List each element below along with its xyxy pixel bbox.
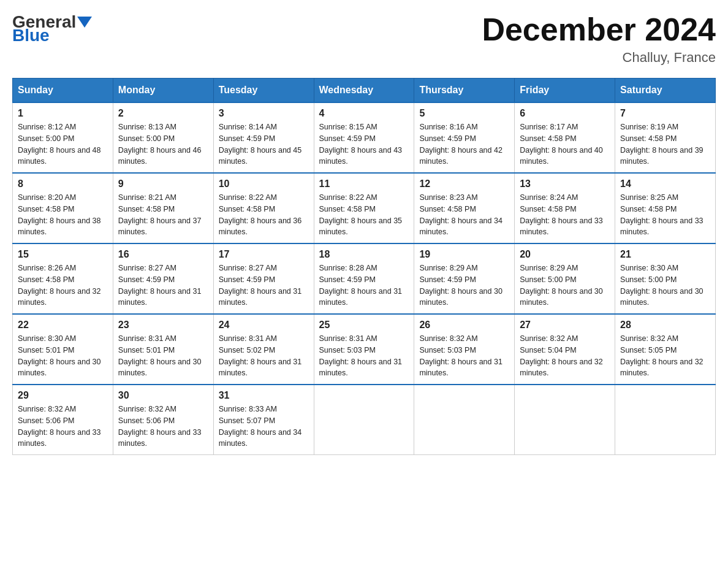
calendar-week-row: 8 Sunrise: 8:20 AM Sunset: 4:58 PM Dayli… xyxy=(13,173,716,243)
table-row: 15 Sunrise: 8:26 AM Sunset: 4:58 PM Dayl… xyxy=(13,243,113,314)
table-row: 23 Sunrise: 8:31 AM Sunset: 5:01 PM Dayl… xyxy=(113,314,213,385)
day-number: 8 xyxy=(18,178,108,190)
calendar-table: Sunday Monday Tuesday Wednesday Thursday… xyxy=(12,78,716,455)
day-number: 4 xyxy=(319,108,409,119)
day-number: 5 xyxy=(419,108,509,119)
day-info: Sunrise: 8:23 AM Sunset: 4:58 PM Dayligh… xyxy=(419,192,509,238)
day-number: 16 xyxy=(118,249,208,260)
table-row xyxy=(615,385,716,455)
day-number: 17 xyxy=(219,249,309,260)
table-row: 18 Sunrise: 8:28 AM Sunset: 4:59 PM Dayl… xyxy=(314,243,414,314)
table-row: 26 Sunrise: 8:32 AM Sunset: 5:03 PM Dayl… xyxy=(414,314,515,385)
table-row: 11 Sunrise: 8:22 AM Sunset: 4:58 PM Dayl… xyxy=(314,173,414,243)
day-info: Sunrise: 8:13 AM Sunset: 5:00 PM Dayligh… xyxy=(118,121,208,167)
day-number: 27 xyxy=(520,320,610,331)
table-row: 28 Sunrise: 8:32 AM Sunset: 5:05 PM Dayl… xyxy=(615,314,716,385)
logo-triangle-icon xyxy=(77,17,92,28)
day-number: 3 xyxy=(219,108,309,119)
day-info: Sunrise: 8:12 AM Sunset: 5:00 PM Dayligh… xyxy=(18,121,108,167)
day-number: 25 xyxy=(319,320,409,331)
day-number: 24 xyxy=(219,320,309,331)
day-number: 13 xyxy=(520,178,610,190)
day-number: 14 xyxy=(620,178,710,190)
col-friday: Friday xyxy=(515,79,615,103)
day-number: 6 xyxy=(520,108,610,119)
day-info: Sunrise: 8:17 AM Sunset: 4:58 PM Dayligh… xyxy=(520,121,610,167)
table-row: 9 Sunrise: 8:21 AM Sunset: 4:58 PM Dayli… xyxy=(113,173,213,243)
table-row: 6 Sunrise: 8:17 AM Sunset: 4:58 PM Dayli… xyxy=(515,102,615,173)
page-header: General Blue December 2024 Challuy, Fran… xyxy=(12,12,716,66)
day-number: 7 xyxy=(620,108,710,119)
day-info: Sunrise: 8:19 AM Sunset: 4:58 PM Dayligh… xyxy=(620,121,710,167)
day-info: Sunrise: 8:20 AM Sunset: 4:58 PM Dayligh… xyxy=(18,192,108,238)
table-row: 16 Sunrise: 8:27 AM Sunset: 4:59 PM Dayl… xyxy=(113,243,213,314)
day-info: Sunrise: 8:32 AM Sunset: 5:04 PM Dayligh… xyxy=(520,333,610,379)
day-number: 15 xyxy=(18,249,108,260)
table-row: 2 Sunrise: 8:13 AM Sunset: 5:00 PM Dayli… xyxy=(113,102,213,173)
table-row: 4 Sunrise: 8:15 AM Sunset: 4:59 PM Dayli… xyxy=(314,102,414,173)
day-number: 29 xyxy=(18,390,108,401)
table-row: 29 Sunrise: 8:32 AM Sunset: 5:06 PM Dayl… xyxy=(13,385,113,455)
table-row: 31 Sunrise: 8:33 AM Sunset: 5:07 PM Dayl… xyxy=(213,385,314,455)
col-tuesday: Tuesday xyxy=(213,79,314,103)
day-number: 20 xyxy=(520,249,610,260)
day-info: Sunrise: 8:32 AM Sunset: 5:06 PM Dayligh… xyxy=(18,404,108,450)
table-row: 24 Sunrise: 8:31 AM Sunset: 5:02 PM Dayl… xyxy=(213,314,314,385)
table-row: 10 Sunrise: 8:22 AM Sunset: 4:58 PM Dayl… xyxy=(213,173,314,243)
day-info: Sunrise: 8:31 AM Sunset: 5:03 PM Dayligh… xyxy=(319,333,409,379)
table-row: 7 Sunrise: 8:19 AM Sunset: 4:58 PM Dayli… xyxy=(615,102,716,173)
day-info: Sunrise: 8:31 AM Sunset: 5:01 PM Dayligh… xyxy=(118,333,208,379)
day-info: Sunrise: 8:30 AM Sunset: 5:01 PM Dayligh… xyxy=(18,333,108,379)
day-number: 19 xyxy=(419,249,509,260)
calendar-week-row: 15 Sunrise: 8:26 AM Sunset: 4:58 PM Dayl… xyxy=(13,243,716,314)
col-sunday: Sunday xyxy=(13,79,113,103)
table-row xyxy=(515,385,615,455)
table-row: 25 Sunrise: 8:31 AM Sunset: 5:03 PM Dayl… xyxy=(314,314,414,385)
day-number: 31 xyxy=(219,390,309,401)
day-info: Sunrise: 8:24 AM Sunset: 4:58 PM Dayligh… xyxy=(520,192,610,238)
table-row: 30 Sunrise: 8:32 AM Sunset: 5:06 PM Dayl… xyxy=(113,385,213,455)
table-row xyxy=(414,385,515,455)
day-info: Sunrise: 8:16 AM Sunset: 4:59 PM Dayligh… xyxy=(419,121,509,167)
table-row: 20 Sunrise: 8:29 AM Sunset: 5:00 PM Dayl… xyxy=(515,243,615,314)
day-number: 1 xyxy=(18,108,108,119)
day-info: Sunrise: 8:21 AM Sunset: 4:58 PM Dayligh… xyxy=(118,192,208,238)
day-info: Sunrise: 8:32 AM Sunset: 5:05 PM Dayligh… xyxy=(620,333,710,379)
calendar-week-row: 29 Sunrise: 8:32 AM Sunset: 5:06 PM Dayl… xyxy=(13,385,716,455)
col-monday: Monday xyxy=(113,79,213,103)
day-number: 9 xyxy=(118,178,208,190)
day-info: Sunrise: 8:26 AM Sunset: 4:58 PM Dayligh… xyxy=(18,262,108,308)
day-number: 12 xyxy=(419,178,509,190)
day-info: Sunrise: 8:22 AM Sunset: 4:58 PM Dayligh… xyxy=(219,192,309,238)
day-info: Sunrise: 8:33 AM Sunset: 5:07 PM Dayligh… xyxy=(219,404,309,450)
day-info: Sunrise: 8:22 AM Sunset: 4:58 PM Dayligh… xyxy=(319,192,409,238)
day-info: Sunrise: 8:32 AM Sunset: 5:03 PM Dayligh… xyxy=(419,333,509,379)
day-info: Sunrise: 8:31 AM Sunset: 5:02 PM Dayligh… xyxy=(219,333,309,379)
logo: General Blue xyxy=(12,12,93,45)
day-number: 28 xyxy=(620,320,710,331)
table-row: 21 Sunrise: 8:30 AM Sunset: 5:00 PM Dayl… xyxy=(615,243,716,314)
day-info: Sunrise: 8:30 AM Sunset: 5:00 PM Dayligh… xyxy=(620,262,710,308)
day-number: 26 xyxy=(419,320,509,331)
col-thursday: Thursday xyxy=(414,79,515,103)
month-title: December 2024 xyxy=(482,12,716,47)
logo-blue-text: Blue xyxy=(12,26,50,45)
col-saturday: Saturday xyxy=(615,79,716,103)
calendar-week-row: 1 Sunrise: 8:12 AM Sunset: 5:00 PM Dayli… xyxy=(13,102,716,173)
calendar-header-row: Sunday Monday Tuesday Wednesday Thursday… xyxy=(13,79,716,103)
day-number: 21 xyxy=(620,249,710,260)
table-row xyxy=(314,385,414,455)
day-info: Sunrise: 8:27 AM Sunset: 4:59 PM Dayligh… xyxy=(118,262,208,308)
day-number: 10 xyxy=(219,178,309,190)
day-info: Sunrise: 8:14 AM Sunset: 4:59 PM Dayligh… xyxy=(219,121,309,167)
table-row: 27 Sunrise: 8:32 AM Sunset: 5:04 PM Dayl… xyxy=(515,314,615,385)
table-row: 12 Sunrise: 8:23 AM Sunset: 4:58 PM Dayl… xyxy=(414,173,515,243)
title-area: December 2024 Challuy, France xyxy=(482,12,716,66)
day-info: Sunrise: 8:32 AM Sunset: 5:06 PM Dayligh… xyxy=(118,404,208,450)
table-row: 14 Sunrise: 8:25 AM Sunset: 4:58 PM Dayl… xyxy=(615,173,716,243)
day-number: 30 xyxy=(118,390,208,401)
day-number: 11 xyxy=(319,178,409,190)
day-info: Sunrise: 8:15 AM Sunset: 4:59 PM Dayligh… xyxy=(319,121,409,167)
table-row: 13 Sunrise: 8:24 AM Sunset: 4:58 PM Dayl… xyxy=(515,173,615,243)
table-row: 22 Sunrise: 8:30 AM Sunset: 5:01 PM Dayl… xyxy=(13,314,113,385)
